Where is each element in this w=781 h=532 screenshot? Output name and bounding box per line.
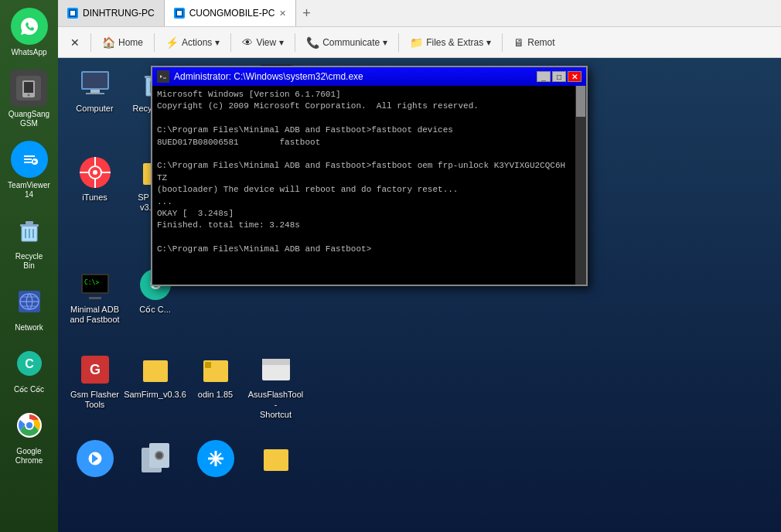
svg-rect-65	[262, 359, 290, 365]
bottom1-icon	[77, 440, 114, 477]
asusflash-label: AsusFlashTool -Shortcut	[248, 390, 304, 421]
teamviewer-icon	[11, 141, 48, 178]
separator-3	[230, 33, 231, 52]
desktop-icon-computer[interactable]: Computer	[66, 62, 124, 117]
samfirm-label: SamFirm_v0.3.6	[124, 390, 186, 400]
main-area: DINHTRUNG-PC CUONGMOBILE-PC ✕ + ✕ 🏠 Home…	[58, 0, 781, 532]
tab-dinhtrung[interactable]: DINHTRUNG-PC	[58, 0, 165, 26]
svg-text:C:\>: C:\>	[84, 279, 99, 286]
communicate-arrow: ▾	[383, 37, 387, 48]
cmd-minimize-btn[interactable]: _	[537, 71, 551, 82]
remote-icon: 🖥	[513, 36, 524, 49]
itunes-icon	[77, 154, 114, 191]
desktop-icon-bottom1[interactable]	[66, 437, 124, 480]
desktop-icon-bottom2[interactable]	[126, 437, 184, 480]
chrome-icon	[11, 407, 48, 444]
cmd-body[interactable]: Microsoft Windows [Version 6.1.7601] Cop…	[152, 86, 586, 285]
svg-point-4	[28, 94, 30, 97]
tab-dinhtrung-label: DINHTRUNG-PC	[83, 8, 155, 19]
desktop-icons-container: Computer Recycle Bin	[58, 58, 781, 532]
adb-icon: C:\>	[77, 266, 114, 303]
cmd-window: Administrator: C:\Windows\system32\cmd.e…	[151, 66, 588, 286]
coccoc-label: Cốc Cốc	[14, 385, 44, 394]
gsmflasher-label: Gsm FlasherTools	[70, 390, 119, 410]
remote-button[interactable]: 🖥 Remot	[507, 33, 561, 52]
communicate-icon: 📞	[306, 36, 319, 49]
adb-label: Minimal ADBand Fastboot	[70, 305, 119, 325]
desktop-icon-samfirm[interactable]: SamFirm_v0.3.6	[126, 348, 184, 403]
tab-close-btn[interactable]: ✕	[279, 9, 286, 19]
sidebar-app-teamviewer[interactable]: TeamViewer14	[8, 141, 50, 200]
itunes-label: iTunes	[82, 193, 107, 203]
new-tab-button[interactable]: +	[296, 5, 317, 22]
home-button[interactable]: 🏠 Home	[96, 33, 149, 52]
communicate-button[interactable]: 📞 Communicate ▾	[300, 33, 394, 52]
desktop-icon-itunes[interactable]: iTunes	[66, 151, 124, 206]
cmd-scrollbar-thumb	[576, 86, 585, 117]
view-icon: 👁	[242, 36, 253, 49]
svg-rect-63	[205, 362, 211, 368]
svg-rect-26	[90, 90, 100, 93]
close-button[interactable]: ✕	[64, 33, 86, 52]
separator-5	[398, 33, 399, 52]
separator-6	[502, 33, 503, 52]
sidebar-app-whatsapp[interactable]: WhatsApp	[11, 8, 48, 57]
cmd-close-btn[interactable]: ✕	[568, 71, 581, 82]
svg-text:C: C	[25, 357, 34, 370]
cmd-controls: _ □ ✕	[537, 71, 581, 82]
svg-rect-56	[89, 297, 101, 299]
sidebar-app-quangsang[interactable]: QuangSangGSM	[9, 70, 49, 128]
desktop-icon-bottom3[interactable]	[186, 437, 244, 480]
bottom4-icon	[257, 440, 295, 477]
view-button[interactable]: 👁 View ▾	[236, 33, 290, 52]
svg-text:G: G	[89, 362, 100, 377]
separator-2	[154, 33, 155, 52]
files-arrow: ▾	[486, 37, 491, 48]
svg-point-47	[93, 170, 97, 175]
home-icon: 🏠	[102, 36, 115, 49]
cmd-scrollbar[interactable]	[575, 86, 586, 285]
whatsapp-icon	[11, 8, 48, 45]
desktop-icon-adb[interactable]: C:\> Minimal ADBand Fastboot	[66, 263, 124, 328]
odin185-icon	[197, 351, 234, 388]
files-button[interactable]: 📁 Files & Extras ▾	[404, 33, 497, 52]
svg-rect-8	[20, 224, 39, 227]
desktop-icon-asusflash[interactable]: AsusFlashTool -Shortcut	[247, 348, 305, 424]
whatsapp-label: WhatsApp	[11, 48, 46, 57]
gsmflasher-icon: G	[77, 351, 114, 388]
quangsang-icon	[10, 70, 47, 107]
odin185-label: odin 1.85	[198, 390, 233, 400]
sidebar-app-network[interactable]: Network	[11, 283, 48, 332]
computer-label: Computer	[76, 104, 113, 114]
cmd-maximize-btn[interactable]: □	[552, 71, 566, 82]
teamviewer-label: TeamViewer14	[8, 181, 50, 200]
cmd-title-icon	[157, 70, 169, 83]
desktop: Computer Recycle Bin	[58, 58, 781, 532]
svg-rect-25	[83, 73, 107, 88]
files-icon: 📁	[410, 36, 423, 49]
actions-button[interactable]: ⚡ Actions ▾	[159, 33, 226, 52]
separator-4	[295, 33, 295, 52]
bottom2-icon	[137, 440, 174, 477]
network-label: Network	[15, 323, 43, 332]
recycle-label: RecycleBin	[15, 252, 43, 271]
computer-icon	[77, 65, 114, 102]
view-arrow: ▾	[279, 37, 284, 48]
sidebar-app-recycle[interactable]: RecycleBin	[11, 212, 48, 271]
sidebar-app-chrome[interactable]: GoogleChrome	[11, 407, 48, 466]
desktop-icon-gsmflasher[interactable]: G Gsm FlasherTools	[66, 348, 124, 413]
tab-dinhtrung-icon	[67, 8, 78, 19]
actions-icon: ⚡	[165, 36, 179, 49]
desktop-icon-odin185[interactable]: odin 1.85	[186, 348, 244, 403]
svg-rect-73	[159, 72, 168, 81]
samfirm-icon	[137, 351, 174, 388]
browser-bar: DINHTRUNG-PC CUONGMOBILE-PC ✕ +	[58, 0, 781, 27]
cmd-title: Administrator: C:\Windows\system32\cmd.e…	[157, 70, 363, 83]
tab-cuongmobile[interactable]: CUONGMOBILE-PC ✕	[165, 0, 297, 26]
tab-cuongmobile-icon	[174, 8, 185, 19]
desktop-icon-bottom4[interactable]	[247, 437, 305, 480]
network-icon	[11, 283, 48, 320]
sidebar-app-coccoc[interactable]: C Cốc Cốc	[11, 345, 48, 394]
coccoc-desktop-label: Cốc C...	[139, 305, 171, 315]
svg-rect-72	[264, 449, 288, 471]
